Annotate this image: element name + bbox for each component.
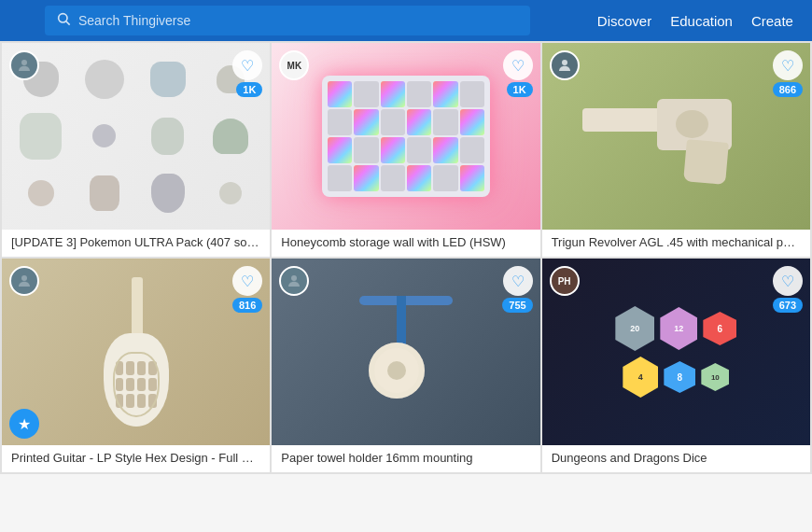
nav-create[interactable]: Create [751,13,793,29]
card-grid: ♡ 1K [UPDATE 3] Pokemon ULTRA Pack (407 … [0,41,812,474]
svg-point-0 [59,14,67,22]
card-title-pokemon: [UPDATE 3] Pokemon ULTRA Pack (407 so fa… [2,230,270,257]
card-guitar[interactable]: ♡ 816 ★ Printed Guitar - LP Style Hex De… [2,259,270,472]
heart-icon-honeycomb: ♡ [511,57,525,75]
card-image-dice: 20 12 6 4 8 10 [542,259,810,445]
like-count-gun: 866 [773,82,803,97]
card-title-dice: Dungeons and Dragons Dice [542,445,810,472]
svg-point-4 [21,275,27,281]
card-image-gun [542,43,810,230]
nav-discover[interactable]: Discover [597,13,651,29]
heart-icon-guitar: ♡ [241,273,254,290]
like-count-honeycomb: 1K [507,82,533,97]
like-button-honeycomb[interactable]: ♡ [503,50,533,80]
card-image-towel [272,259,539,445]
card-title-gun: Trigun Revolver AGL .45 with mechanical … [542,230,810,257]
like-count-pokemon: 1K [236,82,262,97]
like-count-dice: 673 [773,298,803,313]
search-container[interactable] [45,6,530,35]
card-towel[interactable]: ♡ 755 Paper towel holder 16mm mounting [272,259,539,472]
svg-point-3 [562,60,567,65]
main-nav: Discover Education Create [597,13,793,29]
svg-line-1 [66,21,70,25]
card-avatar-dice: PH [550,266,580,296]
card-image-guitar [2,259,270,445]
card-avatar-gun [550,50,580,80]
card-title-towel: Paper towel holder 16mm mounting [272,445,539,472]
heart-icon-pokemon: ♡ [241,57,254,75]
nav-education[interactable]: Education [670,13,733,29]
like-button-dice[interactable]: ♡ [773,266,803,296]
featured-badge-guitar: ★ [9,409,39,439]
card-image-honeycomb [272,43,539,230]
heart-icon-towel: ♡ [511,273,525,290]
like-count-guitar: 816 [232,298,262,313]
card-pokemon[interactable]: ♡ 1K [UPDATE 3] Pokemon ULTRA Pack (407 … [2,43,270,257]
heart-icon-gun: ♡ [781,57,794,75]
card-gun[interactable]: ♡ 866 Trigun Revolver AGL .45 with mecha… [542,43,810,257]
heart-icon-dice: ♡ [781,273,794,290]
card-honeycomb[interactable]: MK ♡ 1K Honeycomb storage wall with LED … [272,43,539,257]
card-image-pokemon [2,43,270,230]
search-input[interactable] [78,13,519,28]
card-avatar-pokemon [9,50,39,80]
card-dice[interactable]: 20 12 6 4 8 10 PH ♡ 673 Dungeons and Dra… [542,259,810,472]
svg-point-5 [291,275,297,281]
card-title-honeycomb: Honeycomb storage wall with LED (HSW) [272,230,539,257]
like-button-towel[interactable]: ♡ [503,266,533,296]
like-button-gun[interactable]: ♡ [773,50,803,80]
search-icon [56,11,71,30]
like-count-towel: 755 [502,298,532,313]
card-avatar-guitar [9,266,39,296]
svg-point-2 [21,60,27,65]
card-title-guitar: Printed Guitar - LP Style Hex Design - F… [2,445,270,472]
app-header: Discover Education Create [0,0,812,41]
